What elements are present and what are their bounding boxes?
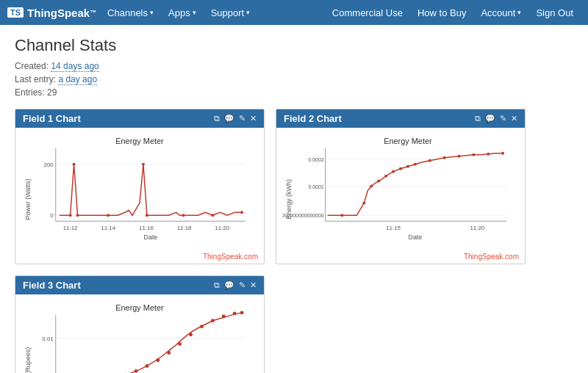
chevron-down-icon: ▾ <box>246 9 250 16</box>
svg-point-79 <box>211 319 215 322</box>
nav-sign-out[interactable]: Sign Out <box>528 7 581 18</box>
svg-point-18 <box>142 163 145 166</box>
field1-chart-title: Field 1 Chart <box>23 113 81 124</box>
field2-expand-icon[interactable]: ⧉ <box>475 114 481 123</box>
svg-text:11:20: 11:20 <box>215 225 229 231</box>
navbar-right: Commercial Use How to Buy Account ▾ Sign… <box>325 7 581 18</box>
field1-close-icon[interactable]: ✕ <box>250 114 257 123</box>
nav-apps-label: Apps <box>168 7 190 18</box>
svg-text:Bill (Rupees): Bill (Rupees) <box>24 347 32 373</box>
field2-chart-header: Field 2 Chart ⧉ 💬 ✎ ✕ <box>276 109 525 128</box>
svg-text:Energy Meter: Energy Meter <box>384 137 432 145</box>
field3-chart-body: Energy Meter Bill (Rupees) 0.01 0 11:12 … <box>15 294 264 373</box>
svg-point-22 <box>240 211 243 214</box>
field3-edit-icon[interactable]: ✎ <box>239 280 245 290</box>
field2-comment-icon[interactable]: 💬 <box>485 114 495 123</box>
page-title: Channel Stats <box>15 36 573 55</box>
field1-chart-card: Field 1 Chart ⧉ 💬 ✎ ✕ Energy Meter Power… <box>15 109 265 264</box>
svg-text:11:18: 11:18 <box>177 225 192 231</box>
field2-credit: ThingSpeak.com <box>276 253 525 264</box>
svg-text:0: 0 <box>50 212 54 219</box>
svg-point-80 <box>222 314 226 318</box>
logo-icon: TS <box>7 7 24 18</box>
nav-how-to-buy[interactable]: How to Buy <box>410 7 473 18</box>
field2-svg: Energy Meter Energy (kWh) 0.0002 0.0001 … <box>282 134 519 247</box>
svg-text:Energy Meter: Energy Meter <box>115 303 164 312</box>
svg-point-49 <box>487 153 490 156</box>
nav-commercial[interactable]: Commercial Use <box>325 7 410 18</box>
created-info: Created: 14 days ago <box>15 61 573 71</box>
field1-chart-header: Field 1 Chart ⧉ 💬 ✎ ✕ <box>15 109 264 128</box>
svg-point-19 <box>146 214 148 217</box>
nav-account-label: Account <box>481 7 515 18</box>
svg-point-43 <box>406 165 409 168</box>
nav-apps[interactable]: Apps ▾ <box>161 7 204 18</box>
svg-point-48 <box>472 153 475 156</box>
svg-point-15 <box>73 163 76 166</box>
field1-actions: ⧉ 💬 ✎ ✕ <box>214 114 257 123</box>
svg-point-75 <box>167 351 171 355</box>
created-value[interactable]: 14 days ago <box>51 61 98 72</box>
svg-point-41 <box>392 170 395 173</box>
field1-comment-icon[interactable]: 💬 <box>224 114 234 123</box>
field2-edit-icon[interactable]: ✎ <box>500 114 506 123</box>
field3-chart-card: Field 3 Chart ⧉ 💬 ✎ ✕ Energy Meter Bill … <box>15 275 265 373</box>
svg-text:Energy Meter: Energy Meter <box>115 137 164 145</box>
nav-support[interactable]: Support ▾ <box>204 7 258 18</box>
brand-name: ThingSpeak <box>27 7 90 19</box>
svg-point-45 <box>429 159 431 162</box>
svg-text:0.0001: 0.0001 <box>308 184 323 189</box>
svg-text:11:15: 11:15 <box>386 225 401 231</box>
svg-point-81 <box>233 311 237 315</box>
field2-actions: ⧉ 💬 ✎ ✕ <box>475 114 517 123</box>
field1-expand-icon[interactable]: ⧉ <box>214 114 220 123</box>
brand-logo[interactable]: TS ThingSpeak™ <box>7 7 96 19</box>
field1-svg: Energy Meter Power (Watts) 200 0 11:12 1… <box>21 134 258 247</box>
svg-point-47 <box>457 155 460 158</box>
nav-account[interactable]: Account ▾ <box>473 7 528 18</box>
svg-point-77 <box>189 333 193 336</box>
field2-chart-card: Field 2 Chart ⧉ 💬 ✎ ✕ Energy Meter Energ… <box>276 109 526 264</box>
field2-chart-title: Field 2 Chart <box>284 113 342 124</box>
nav-commercial-label: Commercial Use <box>332 7 403 18</box>
last-entry-value[interactable]: a day ago <box>58 74 97 85</box>
svg-point-50 <box>501 152 504 155</box>
svg-text:0.01: 0.01 <box>42 336 54 342</box>
chevron-down-icon: ▾ <box>193 9 196 16</box>
svg-point-17 <box>107 214 110 217</box>
field3-svg: Energy Meter Bill (Rupees) 0.01 0 11:12 … <box>21 300 258 373</box>
svg-text:Date: Date <box>408 233 422 241</box>
navbar: TS ThingSpeak™ Channels ▾ Apps ▾ Support… <box>0 0 588 25</box>
field3-close-icon[interactable]: ✕ <box>250 280 257 290</box>
svg-point-78 <box>200 325 204 328</box>
nav-channels[interactable]: Channels ▾ <box>100 7 161 18</box>
entries-value: Entries: 29 <box>15 87 57 98</box>
svg-point-14 <box>69 214 72 217</box>
field3-comment-icon[interactable]: 💬 <box>224 280 234 290</box>
charts-grid: Field 1 Chart ⧉ 💬 ✎ ✕ Energy Meter Power… <box>15 109 573 373</box>
nav-support-label: Support <box>211 7 245 18</box>
nav-how-to-buy-label: How to Buy <box>417 7 466 18</box>
field2-close-icon[interactable]: ✕ <box>511 114 517 123</box>
field1-chart-body: Energy Meter Power (Watts) 200 0 11:12 1… <box>15 128 264 253</box>
field1-edit-icon[interactable]: ✎ <box>239 114 245 123</box>
svg-text:Power (Watts): Power (Watts) <box>24 178 32 220</box>
svg-text:11:20: 11:20 <box>470 225 484 231</box>
chevron-down-icon: ▾ <box>517 9 521 16</box>
svg-text:11:16: 11:16 <box>139 225 154 231</box>
field3-expand-icon[interactable]: ⧉ <box>214 280 220 290</box>
last-entry-info: Last entry: a day ago <box>15 74 573 84</box>
svg-point-74 <box>156 358 159 362</box>
svg-point-73 <box>145 364 148 368</box>
svg-text:Date: Date <box>143 233 157 241</box>
svg-point-37 <box>362 201 365 204</box>
field2-chart-body: Energy Meter Energy (kWh) 0.0002 0.0001 … <box>276 128 525 253</box>
svg-point-76 <box>178 342 182 346</box>
brand-tm: ™ <box>90 9 96 16</box>
svg-point-46 <box>443 156 446 159</box>
svg-point-72 <box>135 369 138 373</box>
svg-point-16 <box>76 214 79 217</box>
field3-actions: ⧉ 💬 ✎ ✕ <box>214 280 257 290</box>
svg-point-38 <box>370 185 373 188</box>
svg-text:200: 200 <box>44 162 54 168</box>
